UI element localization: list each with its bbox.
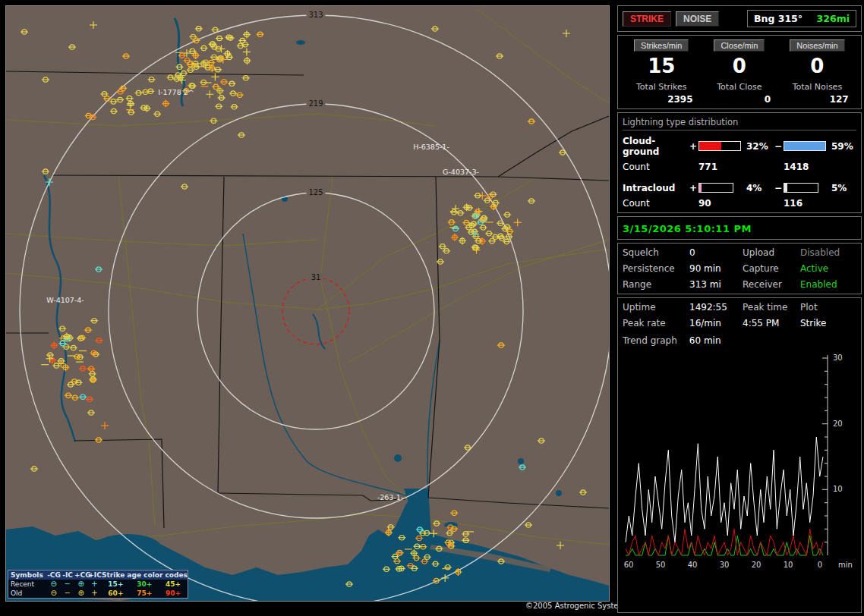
svg-text:0: 0 — [818, 561, 822, 569]
ic-neg-strike-icon: − — [61, 580, 74, 588]
legend-col-ic-neg: -IC — [61, 571, 74, 579]
range-value: 313 mi — [689, 279, 743, 290]
bearing-label: Bng 315° — [754, 13, 803, 24]
legend-header: Symbols -CG -IC +CG +IC Strike age color… — [8, 570, 188, 580]
distribution-box: Lightning type distribution Cloud-ground… — [617, 112, 862, 213]
strike-mode-button[interactable]: STRIKE — [623, 11, 671, 27]
legend-col-ic-pos: +IC — [88, 571, 102, 579]
cg-count-label: Count — [623, 162, 688, 172]
map-legend: Symbols -CG -IC +CG +IC Strike age color… — [8, 570, 188, 599]
svg-text:30: 30 — [720, 561, 730, 569]
peak-rate-label: Peak rate — [623, 318, 689, 328]
ic-negative-count: 116 — [784, 198, 828, 209]
receiver-label: Receiver — [743, 279, 800, 290]
total-strikes-label: Total Strikes — [636, 82, 687, 92]
legend-row-old: Old ⊖ − ⊕ + 60+ 75+ 90+ — [8, 589, 188, 598]
cg-negative-count: 1418 — [784, 162, 828, 172]
range-label: Range — [623, 279, 689, 290]
peak-rate-value: 16/min — [689, 318, 743, 328]
minus-sign: − — [773, 141, 784, 152]
svg-text:30: 30 — [833, 354, 843, 362]
copyright-text: ©2005 Astrogenic Systems — [525, 602, 629, 610]
svg-text:60: 60 — [624, 561, 634, 569]
ic-positive-bar — [698, 183, 733, 193]
cg-pos-strike-icon: ⊕ — [74, 589, 88, 597]
noises-rate-column: Noises/min 0 Total Noises 127 — [778, 39, 856, 105]
ic-positive-pct: 4% — [743, 183, 773, 193]
age-code-75: 75+ — [130, 589, 159, 597]
lightning-map[interactable]: I-1778 2^H-6385-1-G-4037-3-W-4107-4--263… — [6, 6, 609, 601]
plot-label: Plot — [800, 302, 856, 313]
legend-symbols-title: Symbols — [8, 571, 47, 579]
status-panel: STRIKE NOISE Bng 315° 326mi Strikes/min … — [615, 0, 864, 616]
cg-negative-bar — [784, 141, 826, 151]
legend-age-title: Strike age color codes — [102, 571, 188, 579]
capture-label: Capture — [743, 263, 800, 274]
cg-positive-pct: 32% — [743, 141, 773, 152]
datetime-box: 3/15/2026 5:10:11 PM — [617, 216, 862, 240]
total-noises-value: 127 — [830, 94, 856, 105]
svg-text:40: 40 — [688, 561, 698, 569]
age-code-90: 90+ — [159, 589, 188, 597]
rate-boxes: Strikes/min 15 Total Strikes 2395 Close/… — [617, 35, 862, 109]
cloud-ground-label: Cloud-ground — [623, 136, 688, 157]
age-code-45: 45+ — [159, 580, 188, 588]
persistence-value: 90 min — [689, 263, 743, 274]
legend-row-recent: Recent ⊖ − ⊕ + 15+ 30+ 45+ — [8, 580, 188, 589]
svg-text:20: 20 — [833, 419, 843, 427]
datetime-display: 3/15/2026 5:10:11 PM — [623, 223, 752, 234]
svg-text:50: 50 — [656, 561, 666, 569]
upload-status: Disabled — [800, 247, 856, 258]
uptime-label: Uptime — [623, 302, 689, 313]
peak-time-value: 4:55 PM — [743, 318, 800, 328]
ic-pos-strike-icon: + — [88, 580, 102, 588]
mode-bar: STRIKE NOISE Bng 315° 326mi — [617, 5, 862, 32]
intracloud-label: Intracloud — [623, 183, 688, 193]
strikes-per-min-value: 15 — [648, 55, 675, 77]
squelch-value: 0 — [689, 247, 743, 258]
storm-cell-label: I-1778 2^ — [158, 88, 194, 96]
total-close-label: Total Close — [717, 82, 762, 92]
svg-text:min: min — [838, 561, 853, 569]
uptime-value: 1492:55 — [689, 302, 743, 313]
age-code-15: 15+ — [101, 580, 130, 588]
legend-col-cg-neg: -CG — [47, 571, 61, 579]
map-canvas[interactable]: I-1778 2^H-6385-1-G-4037-3-W-4107-4--263… — [6, 6, 609, 601]
cg-positive-bar — [698, 141, 741, 151]
total-close-value: 0 — [765, 94, 778, 105]
strikes-per-min-button[interactable]: Strikes/min — [634, 39, 689, 52]
ic-neg-strike-icon: − — [61, 589, 74, 597]
bearing-display: Bng 315° 326mi — [747, 10, 856, 27]
noises-per-min-button[interactable]: Noises/min — [790, 39, 844, 52]
ic-positive-count: 90 — [698, 198, 743, 209]
plus-sign: + — [688, 141, 698, 152]
cg-negative-pct: 59% — [828, 141, 858, 152]
squelch-label: Squelch — [623, 247, 689, 258]
svg-text:20: 20 — [752, 561, 762, 569]
close-per-min-value: 0 — [733, 55, 746, 77]
distribution-title: Lightning type distribution — [623, 117, 856, 130]
ic-count-label: Count — [623, 198, 688, 209]
minus-sign: − — [773, 183, 784, 193]
trend-window-value: 60 min — [689, 335, 721, 346]
uptime-trend-box: Uptime 1492:55 Peak time Plot Peak rate … — [617, 297, 862, 613]
plot-value: Strike — [800, 318, 856, 328]
close-per-min-button[interactable]: Close/min — [714, 39, 765, 52]
trend-chart: 1020306050403020100min — [623, 349, 859, 577]
legend-col-cg-pos: +CG — [74, 571, 88, 579]
legend-recent-label: Recent — [8, 580, 47, 588]
total-noises-label: Total Noises — [793, 82, 842, 92]
noise-mode-button[interactable]: NOISE — [676, 11, 719, 27]
cg-neg-strike-icon: ⊖ — [47, 589, 61, 597]
trend-graph-label: Trend graph — [623, 335, 677, 346]
total-strikes-value: 2395 — [667, 94, 700, 105]
ic-negative-bar — [784, 183, 818, 193]
bearing-range: 326mi — [817, 13, 850, 24]
ic-pos-strike-icon: + — [88, 589, 102, 597]
peak-time-label: Peak time — [743, 302, 800, 313]
storm-cell-label: -263-1- — [377, 493, 403, 501]
cg-pos-strike-icon: ⊕ — [74, 580, 88, 588]
cg-neg-strike-icon: ⊖ — [47, 580, 61, 588]
age-code-30: 30+ — [130, 580, 159, 588]
legend-old-label: Old — [8, 589, 47, 597]
